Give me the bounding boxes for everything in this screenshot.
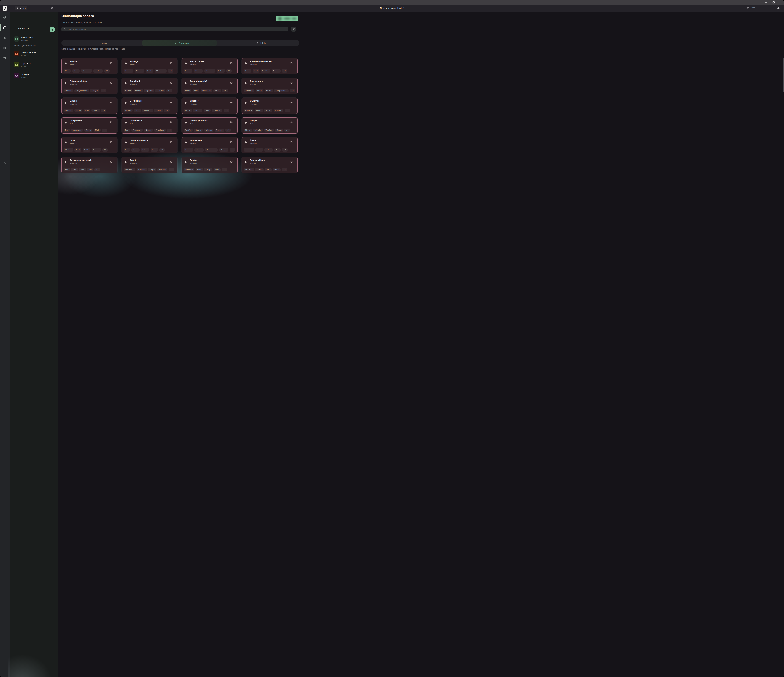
primary-action-button-blurred[interactable] [276, 16, 298, 22]
add-to-folder-button[interactable] [110, 141, 113, 143]
folder-item-1[interactable]: Exploration 18 sons [14, 62, 54, 69]
sound-card[interactable]: Abri en ruines Ambiance RuinesPierresPou… [182, 58, 238, 74]
rail-item-telescope[interactable] [0, 14, 9, 21]
play-button[interactable] [185, 141, 187, 144]
more-options-button[interactable] [295, 62, 296, 64]
play-button[interactable] [65, 82, 67, 84]
play-button[interactable] [125, 82, 127, 84]
add-to-folder-button[interactable] [290, 160, 293, 163]
sound-card[interactable]: Donjon Ambiance PierreMarcheTorchesÉchos… [242, 117, 298, 134]
play-button[interactable] [245, 161, 247, 163]
play-button[interactable] [65, 62, 67, 65]
sound-card[interactable]: Bord de mer Ambiance VaguesVentMouettesC… [121, 98, 177, 114]
more-options-button[interactable] [295, 121, 296, 123]
more-options-button[interactable] [235, 121, 235, 123]
sound-card[interactable]: Environnement urbain Ambiance RueVoixVil… [61, 157, 117, 169]
sound-card[interactable]: Douve souterraine Ambiance EauPierrePris… [121, 137, 177, 153]
play-button[interactable] [245, 141, 247, 144]
more-options-button[interactable] [235, 81, 235, 84]
play-button[interactable] [65, 101, 67, 104]
add-to-folder-button[interactable] [110, 62, 113, 64]
tab-effets[interactable]: Effets [256, 40, 266, 46]
sound-card[interactable]: Cimetière Ambiance PierreSilenceVentTris… [182, 98, 238, 114]
more-options-button[interactable] [175, 101, 175, 104]
add-to-folder-button[interactable] [110, 81, 113, 84]
play-button[interactable] [125, 161, 127, 163]
sound-card[interactable]: Bazar du marché Ambiance FouleVoixMarcha… [182, 78, 238, 94]
tab-albums[interactable]: Albums [98, 40, 109, 46]
more-options-button[interactable] [235, 160, 235, 163]
folder-item-all-sounds[interactable]: Tout les sons 346 sons [14, 36, 54, 43]
play-button[interactable] [185, 161, 187, 163]
play-button[interactable] [125, 62, 127, 65]
sound-card[interactable]: Esprit Ambiance MurmuresFrissonsLégerMys… [121, 157, 177, 169]
more-options-button[interactable] [115, 160, 115, 163]
more-options-button[interactable] [235, 62, 235, 64]
more-options-button[interactable] [115, 101, 115, 104]
add-to-folder-button[interactable] [170, 141, 173, 143]
rail-item-play[interactable] [0, 160, 9, 166]
add-to-folder-button[interactable] [110, 101, 113, 104]
play-button[interactable] [65, 121, 67, 124]
add-to-folder-button[interactable] [110, 121, 113, 123]
sound-card[interactable]: Averse Ambiance PluieFroidExterieurGoutt… [61, 58, 117, 74]
rail-item-paw[interactable] [0, 54, 9, 61]
sound-card[interactable]: Chute d'eau Ambiance EauPuissanceNatureF… [121, 117, 177, 134]
sound-card[interactable]: Auberge Ambiance TaverneChaleurFouleMurm… [121, 58, 177, 74]
add-to-folder-button[interactable] [290, 121, 293, 123]
play-button[interactable] [185, 82, 187, 84]
sound-card[interactable]: Campement Ambiance FeuMurmuresReposNuit+… [61, 117, 117, 134]
more-options-button[interactable] [115, 81, 115, 84]
tab-ambiances[interactable]: Ambiances [174, 40, 189, 46]
play-button[interactable] [185, 121, 187, 124]
sound-card[interactable]: Bois sombre Ambiance TénèbresForêtStress… [242, 78, 298, 94]
more-options-button[interactable] [115, 62, 115, 64]
more-options-button[interactable] [175, 121, 175, 123]
sound-card[interactable]: Étable Ambiance AnimauxPailleCalmeBois+1 [242, 137, 298, 153]
rail-item-add[interactable] [0, 25, 9, 31]
play-button[interactable] [65, 161, 67, 163]
add-to-folder-button[interactable] [230, 141, 233, 143]
add-to-folder-button[interactable] [170, 62, 173, 64]
more-options-button[interactable] [175, 81, 175, 84]
add-to-folder-button[interactable] [230, 62, 233, 64]
more-options-button[interactable] [295, 141, 296, 143]
play-button[interactable] [245, 121, 247, 124]
add-to-folder-button[interactable] [230, 160, 233, 163]
add-to-folder-button[interactable] [290, 81, 293, 84]
more-options-button[interactable] [235, 101, 235, 104]
sound-card[interactable]: Arbres en mouvement Ambiance ForêtVentFe… [242, 58, 298, 74]
sound-search-input[interactable] [68, 28, 286, 30]
more-options-button[interactable] [235, 141, 235, 143]
more-options-button[interactable] [175, 160, 175, 163]
filter-button[interactable] [291, 26, 296, 32]
more-options-button[interactable] [175, 141, 175, 143]
add-to-folder-button[interactable] [170, 101, 173, 104]
sound-card[interactable]: Attaque de bêtes Ambiance CombatGrogneme… [61, 78, 117, 94]
more-options-button[interactable] [295, 101, 296, 104]
play-button[interactable] [185, 62, 187, 65]
rail-item-playlist[interactable] [0, 45, 9, 51]
add-to-folder-button[interactable] [230, 81, 233, 84]
play-button[interactable] [245, 62, 247, 65]
sound-card[interactable]: Bataille Ambiance CombatMétalCrisChaos+1 [61, 98, 117, 114]
play-button[interactable] [245, 82, 247, 84]
play-button[interactable] [245, 101, 247, 104]
play-button[interactable] [125, 141, 127, 144]
add-to-folder-button[interactable] [170, 121, 173, 123]
add-to-folder-button[interactable] [230, 101, 233, 104]
sound-card[interactable]: Désert Ambiance ChaleurVentSableSilence+… [61, 137, 117, 153]
sound-card[interactable]: Course-poursuite Ambiance SouffleCourseV… [182, 117, 238, 134]
sound-card[interactable]: Embuscade Ambiance TensionSilenceRespira… [182, 137, 238, 153]
add-to-folder-button[interactable] [230, 121, 233, 123]
play-button[interactable] [125, 121, 127, 124]
more-options-button[interactable] [115, 121, 115, 123]
more-options-button[interactable] [115, 141, 115, 143]
sound-card[interactable]: Foudre Ambiance TonnerrePluieOrageNuit+1 [182, 157, 238, 169]
play-button[interactable] [185, 101, 187, 104]
add-to-folder-button[interactable] [290, 101, 293, 104]
sound-card[interactable]: Cavernes Ambiance GouttesÉchosRocheHumid… [242, 98, 298, 114]
sound-card[interactable]: Brouillard Ambiance BrumeSilenceMystèreL… [121, 78, 177, 94]
folder-item-2[interactable]: Stratégie 4 sons [14, 73, 54, 80]
more-options-button[interactable] [175, 62, 175, 64]
